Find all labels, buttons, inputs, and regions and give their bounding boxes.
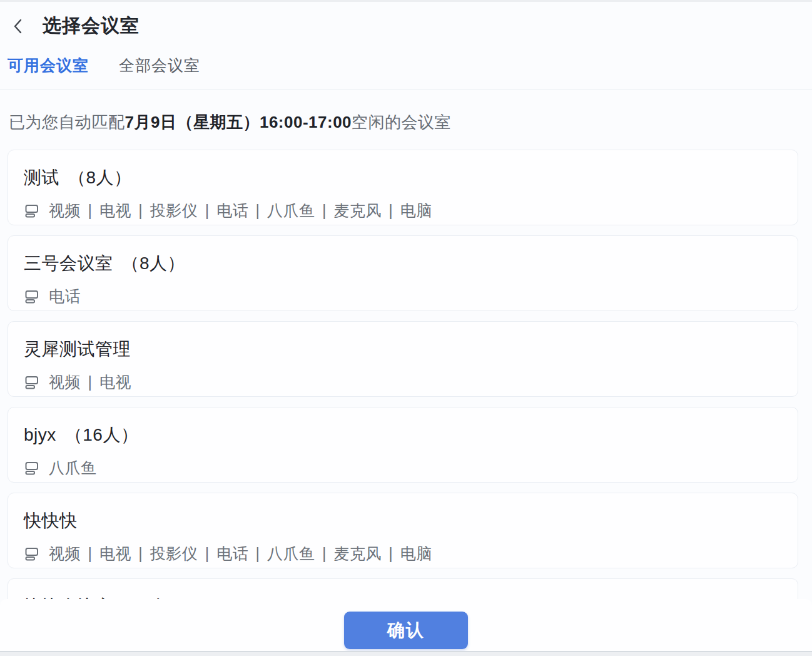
room-name: 三号会议室 bbox=[24, 254, 113, 273]
back-chevron-icon bbox=[13, 17, 23, 36]
room-list: 测试（8人） 视频 | 电视 | 投影仪 | 电话 | 八爪鱼 | 麦克风 | … bbox=[0, 150, 812, 654]
page-title: 选择会议室 bbox=[43, 13, 140, 39]
room-facility-row: 电话 bbox=[24, 286, 798, 307]
room-facilities: 视频 | 电视 bbox=[49, 372, 131, 392]
room-facility-row: 八爪鱼 bbox=[24, 458, 798, 478]
room-title-row: 测试（8人） bbox=[24, 166, 798, 190]
room-facilities: 八爪鱼 bbox=[49, 458, 97, 478]
room-card[interactable]: 三号会议室（8人） 电话 bbox=[8, 235, 798, 311]
tab-bar: 可用会议室 全部会议室 bbox=[0, 45, 812, 90]
match-info-datetime: 7月9日（星期五）16:00-17:00 bbox=[125, 113, 352, 131]
room-name: 测试 bbox=[24, 168, 59, 187]
room-card[interactable]: 测试（8人） 视频 | 电视 | 投影仪 | 电话 | 八爪鱼 | 麦克风 | … bbox=[8, 150, 798, 225]
room-capacity: （8人） bbox=[68, 168, 132, 187]
room-facility-row: 视频 | 电视 bbox=[24, 372, 798, 392]
room-facility-row: 视频 | 电视 | 投影仪 | 电话 | 八爪鱼 | 麦克风 | 电脑 bbox=[24, 200, 798, 221]
room-card[interactable]: 灵犀测试管理 视频 | 电视 bbox=[8, 321, 798, 397]
room-card[interactable]: bjyx（16人） 八爪鱼 bbox=[8, 407, 798, 483]
equipment-icon bbox=[24, 460, 40, 476]
room-name: bjyx bbox=[24, 425, 56, 444]
back-button[interactable] bbox=[13, 16, 31, 37]
equipment-icon bbox=[24, 203, 40, 219]
header: 选择会议室 bbox=[0, 2, 812, 45]
room-capacity: （8人） bbox=[122, 254, 186, 273]
room-capacity: （16人） bbox=[65, 425, 139, 444]
room-title-row: 三号会议室（8人） bbox=[24, 252, 798, 275]
room-facilities: 视频 | 电视 | 投影仪 | 电话 | 八爪鱼 | 麦克风 | 电脑 bbox=[49, 200, 432, 221]
room-card[interactable]: 快快快 视频 | 电视 | 投影仪 | 电话 | 八爪鱼 | 麦克风 | 电脑 bbox=[8, 493, 798, 568]
window-bottom-edge bbox=[0, 651, 812, 656]
auto-match-info: 已为您自动匹配7月9日（星期五）16:00-17:00空闲的会议室 bbox=[0, 90, 812, 133]
match-info-suffix: 空闲的会议室 bbox=[352, 113, 451, 131]
equipment-icon bbox=[24, 289, 40, 305]
room-name: 快快快 bbox=[24, 511, 78, 530]
room-title-row: 快快快 bbox=[24, 509, 798, 533]
room-facilities: 视频 | 电视 | 投影仪 | 电话 | 八爪鱼 | 麦克风 | 电脑 bbox=[49, 543, 432, 564]
tab-all-rooms[interactable]: 全部会议室 bbox=[119, 55, 200, 76]
room-facilities: 电话 bbox=[49, 286, 81, 307]
equipment-icon bbox=[24, 546, 40, 562]
tab-available-rooms[interactable]: 可用会议室 bbox=[8, 55, 89, 76]
room-facility-row: 视频 | 电视 | 投影仪 | 电话 | 八爪鱼 | 麦克风 | 电脑 bbox=[24, 543, 798, 564]
confirm-button[interactable]: 确认 bbox=[344, 612, 468, 649]
room-title-row: bjyx（16人） bbox=[24, 423, 798, 447]
match-info-prefix: 已为您自动匹配 bbox=[9, 113, 125, 131]
room-name: 灵犀测试管理 bbox=[24, 339, 131, 359]
footer-bar: 确认 bbox=[0, 599, 812, 652]
equipment-icon bbox=[24, 374, 40, 391]
room-title-row: 灵犀测试管理 bbox=[24, 337, 798, 361]
